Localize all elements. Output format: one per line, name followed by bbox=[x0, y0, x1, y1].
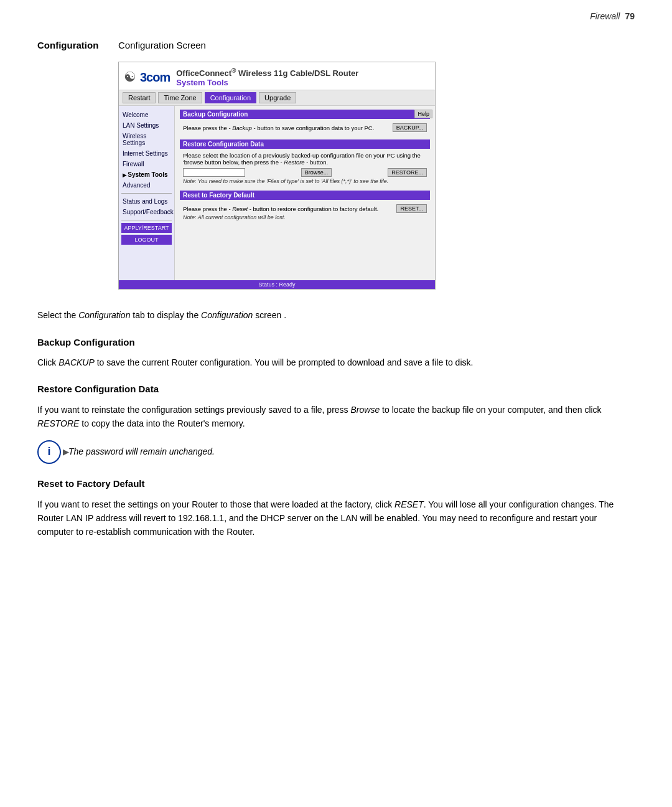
tab-configuration[interactable]: Configuration bbox=[205, 92, 256, 103]
apply-restart-button[interactable]: APPLY/RESTART bbox=[121, 223, 172, 233]
tab-timezone[interactable]: Time Zone bbox=[158, 92, 202, 103]
backup-section-body: Please press the - Backup - button to sa… bbox=[180, 121, 430, 136]
router-subtitle: System Tools bbox=[176, 78, 358, 87]
restore-paragraph: If you want to reinstate the configurati… bbox=[37, 403, 635, 431]
config-label: Configuration bbox=[37, 40, 112, 50]
router-product-info: OfficeConnect® Wireless 11g Cable/DSL Ro… bbox=[176, 67, 358, 87]
config-heading-row: Configuration Configuration Screen bbox=[37, 40, 635, 50]
router-header: ☯ 3com OfficeConnect® Wireless 11g Cable… bbox=[119, 62, 435, 90]
info-icon: i bbox=[37, 440, 61, 464]
tab-restart[interactable]: Restart bbox=[123, 92, 156, 103]
restore-body-section: Restore Configuration Data If you want t… bbox=[37, 382, 635, 464]
router-product-name: OfficeConnect® Wireless 11g Cable/DSL Ro… bbox=[176, 67, 358, 78]
restore-note: Note: You need to make sure the 'Files o… bbox=[183, 178, 427, 184]
backup-text: Please press the - Backup - button to sa… bbox=[183, 125, 374, 131]
router-ui-screenshot: ☯ 3com OfficeConnect® Wireless 11g Cable… bbox=[118, 62, 436, 290]
tab-upgrade[interactable]: Upgrade bbox=[259, 92, 296, 103]
note-text: The password will remain unchanged. bbox=[68, 440, 215, 459]
sidebar-item-wireless[interactable]: Wireless Settings bbox=[121, 131, 172, 148]
sidebar-divider2 bbox=[121, 220, 172, 220]
backup-body-section: Backup Configuration Click BACKUP to sav… bbox=[37, 335, 635, 370]
reset-note: Note: All current configuration will be … bbox=[183, 214, 427, 220]
backup-button[interactable]: BACKUP... bbox=[393, 123, 427, 132]
status-bar: Status : Ready bbox=[119, 280, 435, 289]
reset-paragraph: If you want to reset the settings on you… bbox=[37, 498, 635, 539]
reset-section-header: Reset to Factory Default bbox=[180, 191, 430, 200]
restore-text: Please select the location of a previous… bbox=[183, 152, 421, 166]
restore-file-input[interactable] bbox=[183, 168, 245, 177]
intro-paragraph: Select the Configuration tab to display … bbox=[37, 308, 635, 322]
main-content: Configuration Configuration Screen ☯ 3co… bbox=[0, 27, 672, 577]
reset-row: Please press the - Reset - button to res… bbox=[183, 204, 427, 213]
sidebar-item-firewall[interactable]: Firewall bbox=[121, 159, 172, 169]
router-sidebar: Welcome LAN Settings Wireless Settings I… bbox=[119, 106, 175, 280]
restore-section: Restore Configuration Data Please select… bbox=[180, 139, 430, 187]
intro-text: Select the Configuration tab to display … bbox=[37, 308, 635, 322]
backup-row: Please press the - Backup - button to sa… bbox=[183, 123, 427, 132]
reset-text: Please press the - Reset - button to res… bbox=[183, 205, 378, 212]
page-header: Firewall 79 bbox=[0, 0, 672, 27]
page-number: 79 bbox=[625, 11, 635, 21]
config-screen-title: Configuration Screen bbox=[118, 40, 206, 50]
router-brand: 3com bbox=[140, 70, 170, 85]
sidebar-item-lan[interactable]: LAN Settings bbox=[121, 120, 172, 131]
reset-heading: Reset to Factory Default bbox=[37, 476, 635, 491]
router-body: Welcome LAN Settings Wireless Settings I… bbox=[119, 106, 435, 280]
sidebar-item-advanced[interactable]: Advanced bbox=[121, 180, 172, 191]
help-button[interactable]: Help bbox=[414, 110, 432, 118]
backup-heading: Backup Configuration bbox=[37, 335, 635, 349]
backup-paragraph: Click BACKUP to save the current Router … bbox=[37, 356, 635, 369]
backup-section-header: Backup Configuration bbox=[180, 110, 430, 119]
sidebar-item-statuslogs[interactable]: Status and Logs bbox=[121, 196, 172, 207]
router-nav: Restart Time Zone Configuration Upgrade bbox=[119, 90, 435, 106]
browse-button[interactable]: Browse... bbox=[301, 168, 332, 177]
sidebar-item-internet[interactable]: Internet Settings bbox=[121, 148, 172, 159]
restore-controls-row: Browse... RESTORE... bbox=[183, 168, 427, 177]
restore-section-body: Please select the location of a previous… bbox=[180, 151, 430, 187]
restore-section-header: Restore Configuration Data bbox=[180, 139, 430, 149]
reset-section: Reset to Factory Default Please press th… bbox=[180, 191, 430, 223]
router-logo-area: ☯ 3com bbox=[124, 69, 170, 85]
router-logo-icon: ☯ bbox=[124, 69, 136, 85]
chapter-label: Firewall bbox=[590, 11, 620, 21]
reset-section-body: Please press the - Reset - button to res… bbox=[180, 202, 430, 223]
sidebar-item-welcome[interactable]: Welcome bbox=[121, 110, 172, 120]
router-main-panel: Help Backup Configuration Please press t… bbox=[175, 106, 435, 280]
sidebar-item-support[interactable]: Support/Feedback bbox=[121, 207, 172, 217]
sidebar-item-systemtools[interactable]: System Tools bbox=[121, 169, 172, 180]
backup-section: Backup Configuration Please press the - … bbox=[180, 110, 430, 136]
sidebar-divider bbox=[121, 193, 172, 194]
restore-button[interactable]: RESTORE... bbox=[388, 168, 427, 177]
reset-button[interactable]: RESET... bbox=[396, 204, 427, 213]
restore-heading: Restore Configuration Data bbox=[37, 382, 635, 396]
note-box: i The password will remain unchanged. bbox=[37, 440, 635, 464]
logout-button[interactable]: LOGOUT bbox=[121, 235, 172, 245]
reset-body-section: Reset to Factory Default If you want to … bbox=[37, 476, 635, 539]
